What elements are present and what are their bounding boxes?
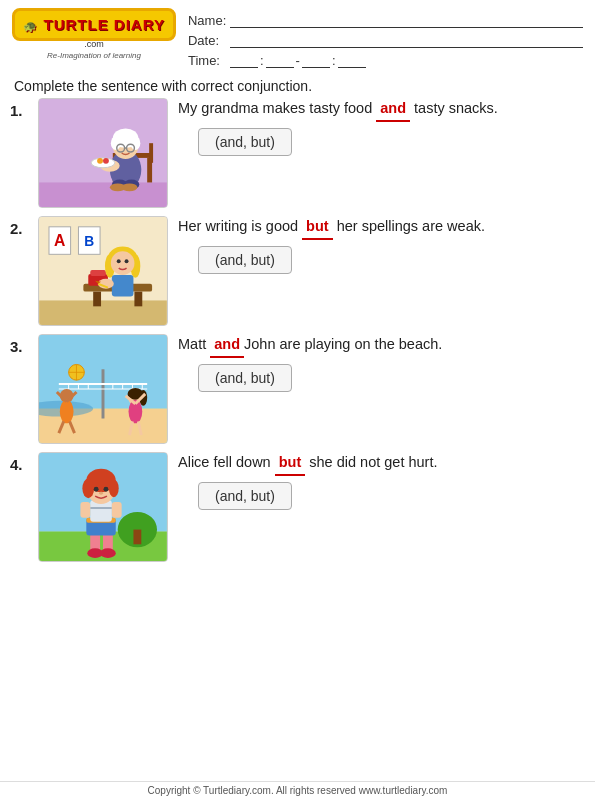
svg-point-90 [109, 480, 119, 498]
q1-content: My grandma makes tasty food and tasty sn… [178, 98, 585, 156]
svg-rect-86 [112, 502, 122, 518]
svg-rect-30 [134, 292, 142, 307]
svg-point-36 [111, 251, 135, 275]
question-3: 3. [10, 334, 585, 444]
q1-text: My grandma makes tasty food and tasty sn… [178, 98, 585, 122]
svg-point-21 [122, 183, 138, 191]
logo-area: 🐢 TURTLE DIARY .com Re-Imagination of le… [12, 8, 176, 60]
svg-point-38 [125, 259, 129, 263]
q3-number: 3. [10, 334, 28, 355]
q3-content: Matt andJohn are playing on the beach. (… [178, 334, 585, 392]
svg-rect-29 [93, 292, 101, 307]
svg-rect-5 [149, 143, 153, 163]
question-1: 1. [10, 98, 585, 208]
q4-answer: but [275, 452, 306, 476]
time-m1 [266, 52, 294, 68]
q2-text-after: her spellings are weak. [333, 218, 485, 234]
q3-text-after: John are playing on the beach. [244, 336, 442, 352]
time-h2 [302, 52, 330, 68]
svg-rect-76 [133, 530, 141, 545]
logo-box: 🐢 TURTLE DIARY [12, 8, 176, 41]
svg-rect-32 [90, 270, 106, 276]
q1-options: (and, but) [198, 128, 292, 156]
q4-text-after: she did not get hurt. [305, 454, 437, 470]
q3-options: (and, but) [198, 364, 292, 392]
q2-image: A B [38, 216, 168, 326]
q2-text: Her writing is good but her spellings ar… [178, 216, 585, 240]
svg-text:B: B [84, 234, 94, 249]
svg-rect-1 [39, 182, 167, 207]
svg-point-89 [82, 479, 94, 499]
date-line [230, 32, 583, 48]
time-fields: : - : [230, 52, 366, 68]
name-label: Name: [188, 13, 226, 28]
q4-text: Alice fell down but she did not get hurt… [178, 452, 585, 476]
svg-point-92 [103, 487, 108, 492]
questions-area: 1. [0, 98, 595, 562]
time-h1 [230, 52, 258, 68]
q4-options: (and, but) [198, 482, 292, 510]
q2-answer: but [302, 216, 333, 240]
q2-options: (and, but) [198, 246, 292, 274]
q3-text: Matt andJohn are playing on the beach. [178, 334, 585, 358]
svg-text:A: A [54, 232, 65, 249]
logo-text: TURTLE DIARY [44, 16, 165, 33]
q1-answer: and [376, 98, 410, 122]
q4-number: 4. [10, 452, 28, 473]
date-label: Date: [188, 33, 226, 48]
q1-image [38, 98, 168, 208]
date-row: Date: [188, 32, 583, 48]
svg-point-80 [100, 548, 116, 558]
footer: Copyright © Turtlediary.com. All rights … [0, 781, 595, 796]
q1-number: 1. [10, 98, 28, 119]
svg-rect-39 [112, 275, 134, 297]
svg-point-93 [99, 492, 103, 495]
form-fields: Name: Date: Time: : - : [188, 8, 583, 68]
q2-content: Her writing is good but her spellings ar… [178, 216, 585, 274]
q2-text-before: Her writing is good [178, 218, 302, 234]
svg-point-91 [94, 487, 99, 492]
q1-text-before: My grandma makes tasty food [178, 100, 376, 116]
svg-point-10 [130, 136, 140, 150]
q3-text-before: Matt [178, 336, 210, 352]
instruction: Complete the sentence with correct conju… [0, 72, 595, 98]
q4-image [38, 452, 168, 562]
svg-point-37 [117, 259, 121, 263]
time-label: Time: [188, 53, 226, 68]
question-4: 4. [10, 452, 585, 562]
svg-point-15 [91, 158, 115, 168]
q3-answer: and [210, 334, 244, 358]
logo-tagline: Re-Imagination of learning [47, 51, 141, 60]
time-row: Time: : - : [188, 52, 583, 68]
svg-rect-85 [80, 502, 90, 518]
svg-point-17 [103, 158, 109, 164]
svg-rect-23 [39, 300, 167, 325]
q1-text-after: tasty snacks. [410, 100, 498, 116]
q4-content: Alice fell down but she did not get hurt… [178, 452, 585, 510]
time-m2 [338, 52, 366, 68]
q3-image [38, 334, 168, 444]
svg-point-9 [111, 136, 121, 150]
q4-text-before: Alice fell down [178, 454, 275, 470]
name-row: Name: [188, 12, 583, 28]
header: 🐢 TURTLE DIARY .com Re-Imagination of le… [0, 0, 595, 72]
svg-point-16 [97, 158, 103, 164]
q2-number: 2. [10, 216, 28, 237]
svg-point-60 [60, 400, 74, 424]
name-line [230, 12, 583, 28]
question-2: 2. A B [10, 216, 585, 326]
